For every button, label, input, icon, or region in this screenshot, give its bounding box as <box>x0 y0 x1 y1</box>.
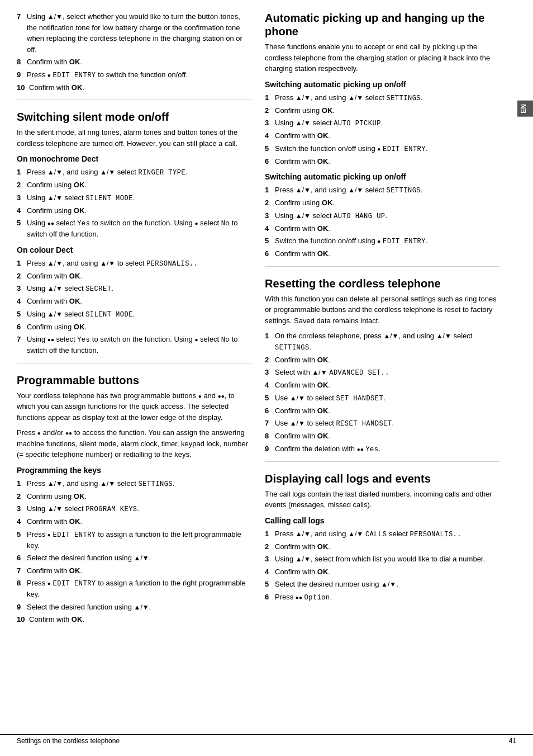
reset-step-5: 5 Use ▲/▼ to select SET HANDSET. <box>265 393 499 404</box>
colour-step-2: 2 Confirm with OK. <box>17 271 251 282</box>
prog-keys-subtitle: Programming the keys <box>17 466 251 475</box>
reset-step-3: 3 Select with ▲/▼ ADVANCED SET.. <box>265 367 499 378</box>
reset-steps: 1 On the cordless telephone, press ▲/▼, … <box>265 330 499 455</box>
prog-step-2: 2 Confirm using OK. <box>17 491 251 502</box>
pickup-step-4: 4 Confirm with OK. <box>265 130 499 141</box>
colour-step-3: 3 Using ▲/▼ select SECRET. <box>17 283 251 294</box>
colour-dect-steps: 1 Press ▲/▼, and using ▲/▼ to select PER… <box>17 258 251 356</box>
auto-pickup-title: Automatic picking up and hanging up the … <box>265 11 499 38</box>
silent-mode-body: In the silent mode, all ring tones, alar… <box>17 127 251 149</box>
hangup-step-1: 1 Press ▲/▼, and using ▲/▼ select SETTIN… <box>265 185 499 196</box>
mono-dect-steps: 1 Press ▲/▼, and using ▲/▼ select RINGER… <box>17 167 251 240</box>
step-7: 7 Using ▲/▼, select whether you would li… <box>17 11 251 55</box>
mono-step-1: 1 Press ▲/▼, and using ▲/▼ select RINGER… <box>17 167 251 178</box>
prog-buttons-body2: Press ● and/or ●● to access the function… <box>17 427 251 460</box>
switch-hangup-title: Switching automatic picking up on/off <box>265 172 499 181</box>
pickup-step-3: 3 Using ▲/▼ select AUTO PICKUP. <box>265 117 499 129</box>
mono-step-2: 2 Confirm using OK. <box>17 179 251 191</box>
hangup-step-5: 5 Switch the function on/off using ● EDI… <box>265 235 499 247</box>
reset-step-1: 1 On the cordless telephone, press ▲/▼, … <box>265 330 499 353</box>
reset-title: Resetting the cordless telephone <box>265 277 499 290</box>
left-column: 7 Using ▲/▼, select whether you would li… <box>17 11 251 745</box>
colour-step-6: 6 Confirm using OK. <box>17 322 251 333</box>
call-logs-body: The call logs contain the last dialled n… <box>265 489 499 511</box>
colour-step-5: 5 Using ▲/▼ select SILENT MODE. <box>17 309 251 320</box>
colour-step-4: 4 Confirm with OK. <box>17 296 251 307</box>
prog-step-7: 7 Confirm with OK. <box>17 565 251 577</box>
step-8: 8 Confirm with OK. <box>17 56 251 68</box>
prog-step-3: 3 Using ▲/▼ select PROGRAM KEYS. <box>17 503 251 514</box>
calling-logs-steps: 1 Press ▲/▼, and using ▲/▼ CALLS select … <box>265 528 499 603</box>
intro-steps: 7 Using ▲/▼, select whether you would li… <box>17 11 251 93</box>
language-tab: EN <box>517 101 533 117</box>
switch-pickup-steps: 1 Press ▲/▼, and using ▲/▼ select SETTIN… <box>265 92 499 167</box>
hangup-step-4: 4 Confirm with OK. <box>265 223 499 234</box>
mono-step-3: 3 Using ▲/▼ select SILENT MODE. <box>17 192 251 204</box>
call-step-2: 2 Confirm with OK. <box>265 541 499 552</box>
footer: Settings on the cordless telephone 41 <box>0 734 533 745</box>
colour-step-1: 1 Press ▲/▼, and using ▲/▼ to select PER… <box>17 258 251 269</box>
colour-dect-subtitle: On colour Dect <box>17 245 251 254</box>
prog-step-5: 5 Press ● EDIT ENTRY to assign a functio… <box>17 529 251 551</box>
footer-right: 41 <box>509 737 516 745</box>
right-column: Automatic picking up and hanging up the … <box>265 11 499 745</box>
mono-step-4: 4 Confirm using OK. <box>17 205 251 216</box>
pickup-step-2: 2 Confirm using OK. <box>265 105 499 116</box>
colour-step-7: 7 Using ●● select Yes to switch on the f… <box>17 334 251 356</box>
call-step-6: 6 Press ●● Option. <box>265 592 499 603</box>
footer-left: Settings on the cordless telephone <box>17 737 120 745</box>
reset-step-4: 4 Confirm with OK. <box>265 380 499 391</box>
reset-body: With this function you can delete all pe… <box>265 294 499 327</box>
call-step-1: 1 Press ▲/▼, and using ▲/▼ CALLS select … <box>265 528 499 540</box>
hangup-step-2: 2 Confirm using OK. <box>265 197 499 209</box>
pickup-step-5: 5 Switch the function on/off using ● EDI… <box>265 143 499 154</box>
step-9: 9 Press ● EDIT ENTRY to switch the funct… <box>17 69 251 81</box>
prog-keys-steps: 1 Press ▲/▼, and using ▲/▼ select SETTIN… <box>17 478 251 625</box>
prog-buttons-body1: Your cordless telephone has two programm… <box>17 390 251 423</box>
call-step-3: 3 Using ▲/▼, select from which list you … <box>265 554 499 565</box>
call-logs-title: Displaying call logs and events <box>265 472 499 485</box>
call-step-4: 4 Confirm with OK. <box>265 566 499 578</box>
mono-step-5: 5 Using ●● select Yes to switch on the f… <box>17 218 251 240</box>
reset-step-8: 8 Confirm with OK. <box>265 431 499 442</box>
prog-step-1: 1 Press ▲/▼, and using ▲/▼ select SETTIN… <box>17 478 251 489</box>
switch-hangup-steps: 1 Press ▲/▼, and using ▲/▼ select SETTIN… <box>265 185 499 259</box>
reset-step-7: 7 Use ▲/▼ to select RESET HANDSET. <box>265 418 499 429</box>
prog-step-9: 9 Select the desired function using ▲/▼. <box>17 602 251 613</box>
calling-logs-subtitle: Calling call logs <box>265 516 499 525</box>
switch-pickup-title: Switching automatic picking up on/off <box>265 80 499 89</box>
call-step-5: 5 Select the desired number using ▲/▼. <box>265 579 499 590</box>
pickup-step-6: 6 Confirm with OK. <box>265 156 499 167</box>
prog-step-8: 8 Press ● EDIT ENTRY to assign a functio… <box>17 578 251 600</box>
pickup-step-1: 1 Press ▲/▼, and using ▲/▼ select SETTIN… <box>265 92 499 103</box>
silent-mode-title: Switching silent mode on/off <box>17 110 251 124</box>
prog-step-10: 10 Confirm with OK. <box>17 614 251 625</box>
reset-step-6: 6 Confirm with OK. <box>265 405 499 417</box>
auto-pickup-body: These functions enable you to accept or … <box>265 41 499 74</box>
prog-buttons-title: Programmable buttons <box>17 374 251 387</box>
reset-step-9: 9 Confirm the deletion with ●● Yes. <box>265 443 499 455</box>
prog-step-6: 6 Select the desired function using ▲/▼. <box>17 552 251 564</box>
reset-step-2: 2 Confirm with OK. <box>265 355 499 366</box>
mono-dect-subtitle: On monochrome Dect <box>17 154 251 163</box>
hangup-step-3: 3 Using ▲/▼ select AUTO HANG UP. <box>265 210 499 221</box>
prog-step-4: 4 Confirm with OK. <box>17 516 251 527</box>
hangup-step-6: 6 Confirm with OK. <box>265 248 499 259</box>
step-10: 10 Confirm with OK. <box>17 82 251 93</box>
